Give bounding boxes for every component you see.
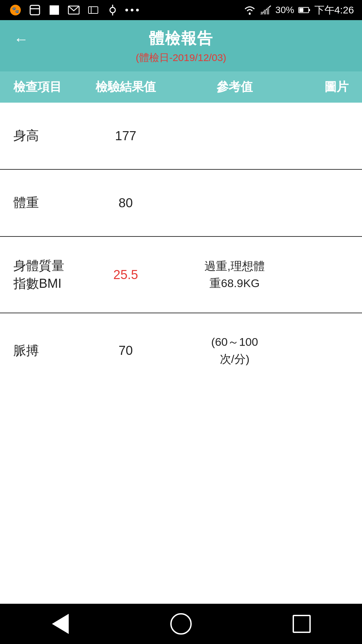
svg-rect-19: [267, 8, 269, 14]
col-header-value: 檢驗結果值: [87, 79, 164, 95]
page-subtitle: (體檢日-2019/12/03): [136, 51, 226, 65]
table-content: 身高 177 體重 80 身體質量指數BMI 25.5 過重,理想體重68.9K…: [0, 103, 362, 604]
col-header-item: 檢查項目: [13, 79, 87, 95]
nav-recents-icon: [293, 615, 311, 633]
battery-icon: [298, 6, 310, 14]
nav-home-icon: [170, 613, 192, 635]
signal-icon: [260, 5, 272, 15]
svg-rect-17: [261, 12, 263, 14]
row-value-bmi: 25.5: [87, 268, 164, 282]
svg-rect-4: [50, 5, 59, 15]
status-bar: 🐾 30% 下午4:26: [0, 0, 362, 20]
status-time: 下午4:26: [314, 3, 354, 17]
col-header-img: 圖片: [305, 79, 349, 95]
status-dots: [125, 3, 139, 17]
status-icons-left: 🐾: [8, 3, 139, 17]
svg-point-8: [110, 7, 115, 13]
back-button[interactable]: ←: [9, 28, 33, 51]
svg-point-13: [136, 9, 139, 11]
back-arrow-icon: ←: [14, 32, 28, 47]
svg-point-11: [125, 9, 128, 11]
row-value-pulse: 70: [87, 343, 164, 358]
row-value-height: 177: [87, 129, 164, 143]
svg-rect-21: [309, 9, 310, 11]
nav-home-button[interactable]: [168, 610, 194, 637]
svg-rect-18: [264, 10, 266, 14]
page-title: 體檢報告: [149, 28, 213, 49]
row-item-pulse: 脈搏: [13, 342, 87, 359]
nav-recents-button[interactable]: [288, 610, 315, 637]
table-row-height: 身高 177: [0, 103, 362, 170]
status-icons-right: 30% 下午4:26: [243, 3, 354, 17]
table-row-bmi: 身體質量指數BMI 25.5 過重,理想體重68.9KG: [0, 237, 362, 313]
svg-point-14: [249, 13, 251, 15]
table-header: 檢查項目 檢驗結果值 參考值 圖片: [0, 71, 362, 103]
svg-point-12: [131, 9, 133, 11]
svg-rect-22: [299, 8, 303, 12]
svg-rect-2: [30, 5, 40, 15]
row-ref-pulse: (60～100次/分): [164, 333, 305, 368]
row-ref-bmi: 過重,理想體重68.9KG: [164, 258, 305, 292]
col-header-ref: 參考值: [164, 79, 305, 95]
page-header: ← 體檢報告 (體檢日-2019/12/03): [0, 20, 362, 71]
wifi-icon: [243, 5, 256, 15]
row-item-bmi: 身體質量指數BMI: [13, 257, 87, 292]
bottom-navigation: [0, 604, 362, 644]
svg-text:🐾: 🐾: [12, 6, 19, 14]
table-row-weight: 體重 80: [0, 170, 362, 237]
row-value-weight: 80: [87, 196, 164, 210]
status-icon-5: [86, 3, 101, 17]
svg-rect-6: [88, 7, 98, 13]
table-row-pulse: 脈搏 70 (60～100次/分): [0, 313, 362, 388]
status-icon-1: 🐾: [8, 3, 23, 17]
row-item-weight: 體重: [13, 195, 87, 211]
nav-back-button[interactable]: [47, 610, 74, 637]
status-icon-3: [47, 3, 62, 17]
status-icon-2: [27, 3, 42, 17]
battery-percent: 30%: [276, 5, 294, 15]
nav-back-icon: [52, 614, 69, 634]
row-item-height: 身高: [13, 127, 87, 144]
status-icon-4: [66, 3, 81, 17]
status-icon-6: [105, 3, 120, 17]
